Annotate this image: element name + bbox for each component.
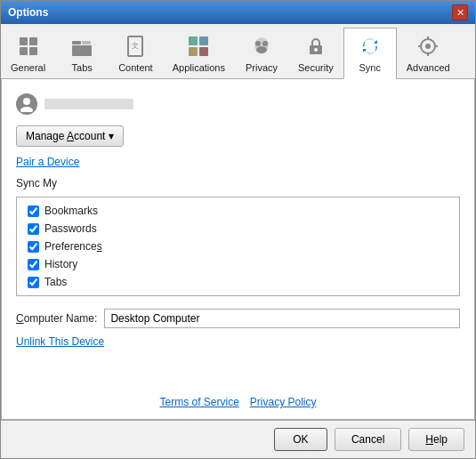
- svg-point-18: [314, 48, 318, 52]
- tab-privacy[interactable]: Privacy: [235, 28, 288, 78]
- pair-device-label: Pair a Device: [16, 156, 79, 168]
- preferences-checkbox[interactable]: [28, 241, 39, 253]
- bookmarks-checkbox[interactable]: [28, 205, 39, 217]
- tab-bar: General Tabs 文 Content: [1, 24, 475, 79]
- tab-applications[interactable]: Applications: [163, 28, 235, 78]
- manage-account-label: Manage Account: [26, 130, 105, 142]
- advanced-icon: [414, 32, 442, 60]
- unlink-device-label: Unlink This Device: [16, 335, 104, 348]
- unlink-container: Unlink This Device: [16, 335, 460, 348]
- cancel-button[interactable]: Cancel: [335, 428, 401, 451]
- svg-rect-10: [199, 36, 208, 45]
- bookmarks-row[interactable]: Bookmarks: [28, 205, 448, 217]
- options-window: Options ✕ General: [0, 0, 476, 459]
- help-button[interactable]: Help: [408, 428, 464, 451]
- tab-advanced[interactable]: Advanced: [397, 28, 460, 78]
- svg-rect-12: [199, 47, 208, 56]
- terms-label: Terms of Service: [159, 396, 238, 408]
- content-icon: 文: [121, 32, 149, 60]
- window-title: Options: [8, 6, 48, 19]
- tab-general[interactable]: General: [1, 28, 55, 78]
- ok-button[interactable]: OK: [274, 428, 327, 451]
- bookmarks-label: Bookmarks: [44, 205, 98, 217]
- svg-text:文: 文: [132, 42, 139, 50]
- tab-tabs[interactable]: Tabs: [55, 28, 109, 78]
- title-bar: Options ✕: [1, 1, 475, 24]
- computer-name-row: Computer Name:: [16, 309, 460, 328]
- tab-security[interactable]: Security: [288, 28, 343, 78]
- preferences-row[interactable]: Preferences: [28, 240, 448, 253]
- privacy-icon: [247, 32, 276, 60]
- svg-rect-11: [189, 47, 198, 56]
- svg-rect-0: [20, 37, 28, 45]
- svg-point-20: [425, 44, 431, 49]
- svg-rect-4: [72, 41, 81, 44]
- manage-account-button[interactable]: Manage Account ▾: [16, 125, 124, 147]
- svg-rect-3: [29, 47, 37, 55]
- tab-general-label: General: [11, 62, 45, 73]
- svg-rect-6: [72, 45, 92, 56]
- tab-advanced-label: Advanced: [407, 62, 450, 73]
- passwords-checkbox[interactable]: [28, 223, 39, 235]
- close-button[interactable]: ✕: [452, 4, 468, 20]
- privacy-policy-link[interactable]: Privacy Policy: [250, 396, 317, 408]
- tabs-sync-checkbox[interactable]: [28, 277, 39, 288]
- tab-sync[interactable]: Sync: [343, 28, 397, 79]
- svg-point-14: [255, 41, 261, 46]
- dropdown-arrow-icon: ▾: [109, 130, 114, 142]
- tab-sync-label: Sync: [359, 62, 381, 73]
- svg-rect-23: [418, 45, 422, 47]
- tab-applications-label: Applications: [173, 62, 225, 73]
- terms-of-service-link[interactable]: Terms of Service: [159, 396, 238, 408]
- unlink-device-link[interactable]: Unlink This Device: [16, 335, 104, 348]
- tabs-row[interactable]: Tabs: [28, 276, 448, 288]
- footer: OK Cancel Help: [1, 420, 475, 458]
- computer-name-input[interactable]: [104, 309, 460, 328]
- manage-account-container: Manage Account ▾: [16, 125, 460, 147]
- user-row: [16, 90, 460, 118]
- pair-device-container: Pair a Device: [16, 154, 460, 168]
- tab-security-label: Security: [298, 62, 334, 73]
- preferences-label: Preferences: [44, 240, 102, 253]
- svg-rect-2: [20, 47, 28, 55]
- tab-privacy-label: Privacy: [246, 62, 278, 73]
- privacy-label: Privacy Policy: [250, 396, 317, 408]
- svg-point-26: [20, 107, 33, 112]
- svg-point-16: [256, 46, 267, 53]
- sync-my-label: Sync My: [16, 177, 460, 189]
- sync-content: Manage Account ▾ Pair a Device Sync My B…: [1, 79, 475, 420]
- passwords-row[interactable]: Passwords: [28, 222, 448, 235]
- security-icon: [302, 32, 330, 60]
- svg-point-25: [23, 98, 30, 105]
- applications-icon: [184, 32, 213, 60]
- svg-point-15: [262, 41, 268, 46]
- svg-rect-9: [189, 36, 198, 45]
- bottom-links: Terms of Service Privacy Policy: [16, 392, 460, 408]
- svg-rect-24: [434, 45, 438, 47]
- history-label: History: [44, 258, 77, 270]
- user-email-placeholder: [44, 99, 133, 109]
- general-icon: [14, 32, 43, 60]
- svg-rect-21: [427, 36, 429, 40]
- tab-tabs-label: Tabs: [72, 62, 93, 73]
- svg-rect-5: [82, 41, 91, 44]
- tab-content-label: Content: [118, 62, 153, 73]
- tabs-icon: [68, 32, 96, 60]
- tabs-sync-label: Tabs: [44, 276, 67, 288]
- pair-device-link[interactable]: Pair a Device: [16, 156, 79, 168]
- computer-name-label: Computer Name:: [16, 312, 97, 325]
- history-checkbox[interactable]: [28, 259, 39, 270]
- history-row[interactable]: History: [28, 258, 448, 270]
- svg-rect-1: [29, 37, 37, 45]
- sync-icon: [356, 32, 384, 60]
- svg-rect-22: [427, 52, 429, 56]
- sync-options-box: Bookmarks Passwords Preferences History …: [16, 197, 460, 296]
- avatar: [16, 93, 37, 115]
- tab-content[interactable]: 文 Content: [109, 28, 163, 78]
- passwords-label: Passwords: [44, 222, 97, 235]
